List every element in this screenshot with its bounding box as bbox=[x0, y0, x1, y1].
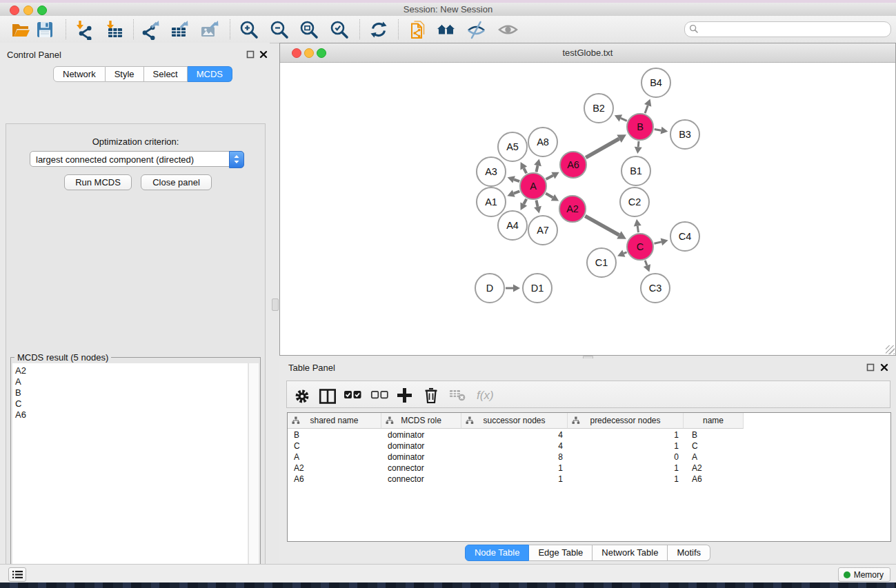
table-cell[interactable]: 1 bbox=[568, 474, 684, 485]
graph-edge-C-C1[interactable] bbox=[624, 252, 626, 254]
table-cell[interactable]: A bbox=[288, 452, 381, 463]
graph-edge-A-A1[interactable] bbox=[514, 191, 520, 193]
graph-edge-C-C3[interactable] bbox=[645, 261, 647, 265]
table-cell[interactable]: 8 bbox=[461, 452, 568, 463]
network-canvas[interactable]: AA1A2A3A4A5A6A7A8BB1B2B3B4CC1C2C3C4DD1 bbox=[280, 63, 894, 354]
export-network-button[interactable] bbox=[139, 19, 163, 41]
new-network-from-file-button[interactable] bbox=[406, 19, 430, 41]
column-header-successor-nodes[interactable]: successor nodes bbox=[461, 413, 568, 429]
graph-node-label-A6: A6 bbox=[567, 159, 579, 170]
close-panel-action-button[interactable]: Close panel bbox=[141, 174, 212, 190]
zoom-fit-button[interactable] bbox=[297, 19, 321, 41]
table-cell[interactable]: dominator bbox=[381, 429, 461, 440]
graph-edge-B-B4[interactable] bbox=[645, 105, 648, 113]
float-panel-button[interactable] bbox=[246, 50, 255, 59]
search-input[interactable] bbox=[684, 21, 891, 37]
graph-edge-C-C2[interactable] bbox=[637, 226, 638, 232]
graph-edge-A6-B[interactable] bbox=[586, 139, 619, 157]
graph-edge-B-B2[interactable] bbox=[621, 118, 627, 121]
tab-network[interactable]: Network bbox=[53, 66, 106, 82]
import-network-button[interactable] bbox=[72, 19, 96, 41]
table-cell[interactable]: A2 bbox=[684, 463, 744, 474]
task-history-button[interactable] bbox=[8, 567, 26, 582]
deselect-all-button[interactable] bbox=[368, 385, 390, 405]
graph-edge-A-A3[interactable] bbox=[514, 179, 519, 181]
select-all-button[interactable] bbox=[341, 385, 363, 405]
mcds-result-item[interactable]: A6 bbox=[15, 409, 248, 420]
import-table-button[interactable] bbox=[103, 19, 126, 41]
columns-button[interactable] bbox=[315, 385, 337, 405]
mcds-result-item[interactable]: B bbox=[15, 387, 248, 398]
graph-edge-A-A8[interactable] bbox=[536, 165, 537, 172]
table-cell[interactable]: A6 bbox=[288, 474, 381, 485]
add-row-button[interactable] bbox=[393, 385, 415, 405]
criterion-dropdown[interactable]: largest connected component (directed) bbox=[30, 151, 244, 167]
tab-motifs[interactable]: Motifs bbox=[668, 545, 710, 561]
table-cell[interactable]: 4 bbox=[461, 440, 568, 452]
table-cell[interactable]: B bbox=[684, 429, 744, 440]
table-cell[interactable]: C bbox=[684, 440, 744, 452]
tab-style[interactable]: Style bbox=[106, 66, 144, 82]
column-header-name[interactable]: name bbox=[684, 413, 744, 429]
save-button[interactable] bbox=[33, 19, 57, 41]
graph-edge-B-B1[interactable] bbox=[638, 141, 639, 147]
table-cell[interactable]: 4 bbox=[461, 429, 568, 440]
column-header-MCDS-role[interactable]: MCDS role bbox=[381, 413, 461, 429]
graph-edge-C-C4[interactable] bbox=[654, 242, 661, 243]
zoom-in-button[interactable] bbox=[237, 19, 261, 41]
mcds-result-item[interactable]: A bbox=[15, 376, 248, 387]
tab-mcds[interactable]: MCDS bbox=[188, 66, 232, 82]
table-cell[interactable]: 1 bbox=[568, 440, 684, 452]
table-close-panel-button[interactable] bbox=[880, 363, 888, 372]
graph-edge-A-A2[interactable] bbox=[546, 194, 552, 198]
table-cell[interactable]: 0 bbox=[568, 452, 684, 463]
hide-panels-button[interactable] bbox=[464, 19, 488, 41]
tab-node-table[interactable]: Node Table bbox=[465, 545, 530, 561]
show-panels-button[interactable] bbox=[496, 19, 519, 41]
graph-edge-B-B3[interactable] bbox=[655, 130, 661, 131]
table-cell[interactable]: dominator bbox=[381, 452, 461, 463]
mcds-result-scrollbar[interactable] bbox=[248, 363, 259, 588]
graph-edge-A2-C[interactable] bbox=[585, 216, 619, 235]
open-button[interactable] bbox=[9, 19, 32, 41]
tab-select[interactable]: Select bbox=[144, 66, 188, 82]
reset-view-button[interactable] bbox=[435, 19, 458, 41]
table-cell[interactable]: C bbox=[288, 440, 381, 452]
refresh-layout-button[interactable] bbox=[367, 19, 390, 41]
table-cell[interactable]: B bbox=[288, 429, 381, 440]
delete-row-button[interactable] bbox=[419, 385, 441, 405]
zoom-out-button[interactable] bbox=[268, 19, 291, 41]
export-table-button[interactable] bbox=[168, 19, 192, 41]
table-cell[interactable]: connector bbox=[381, 474, 461, 485]
folder-open-icon bbox=[10, 19, 31, 40]
table-cell[interactable]: 1 bbox=[568, 463, 684, 474]
window-resize-grip[interactable] bbox=[886, 345, 895, 354]
table-cell[interactable]: A6 bbox=[684, 474, 744, 485]
column-header-shared-name[interactable]: shared name bbox=[288, 413, 381, 429]
zoom-selected-button[interactable] bbox=[328, 19, 351, 41]
table-cell[interactable]: 1 bbox=[568, 429, 684, 440]
graph-edge-A-A4[interactable] bbox=[524, 199, 526, 204]
table-cell[interactable]: A2 bbox=[288, 463, 381, 474]
table-float-panel-button[interactable] bbox=[866, 363, 875, 372]
mcds-result-item[interactable]: A2 bbox=[15, 365, 248, 376]
close-panel-button[interactable] bbox=[259, 50, 268, 59]
graph-edge-A-A6[interactable] bbox=[546, 176, 553, 180]
run-mcds-button[interactable]: Run MCDS bbox=[64, 174, 132, 190]
export-image-button[interactable] bbox=[198, 19, 221, 41]
graph-edge-A-A7[interactable] bbox=[536, 201, 537, 207]
graph-edge-A-A5[interactable] bbox=[524, 168, 526, 173]
tab-network-table[interactable]: Network Table bbox=[593, 545, 668, 561]
column-header-predecessor-nodes[interactable]: predecessor nodes bbox=[568, 413, 684, 429]
table-cell[interactable]: connector bbox=[381, 463, 461, 474]
table-cell[interactable]: dominator bbox=[381, 440, 461, 452]
memory-button[interactable]: Memory bbox=[838, 567, 890, 582]
mcds-result-item[interactable]: C bbox=[15, 398, 248, 409]
table-cell[interactable]: 1 bbox=[461, 474, 568, 485]
split-divider-handle[interactable] bbox=[272, 298, 279, 311]
gear-button[interactable] bbox=[290, 385, 312, 405]
graph-node-label-D: D bbox=[486, 283, 493, 294]
tab-edge-table[interactable]: Edge Table bbox=[529, 545, 593, 561]
table-cell[interactable]: 1 bbox=[461, 463, 568, 474]
table-cell[interactable]: A bbox=[684, 452, 744, 463]
